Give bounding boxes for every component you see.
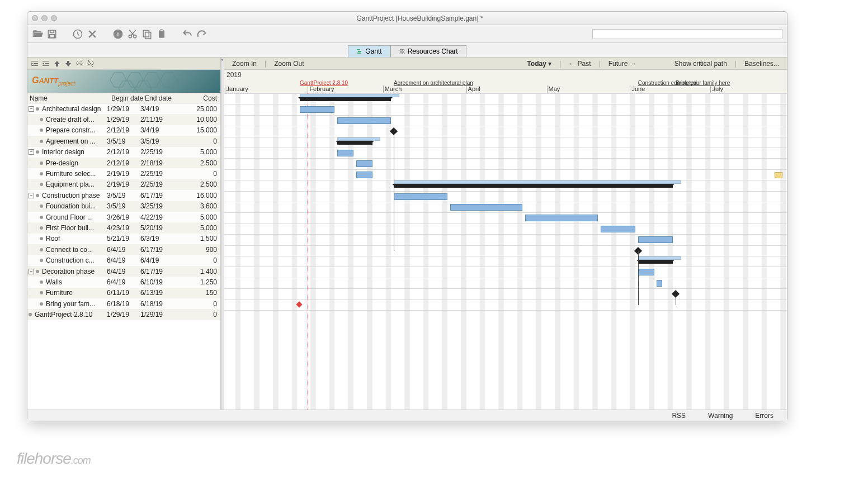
search-input[interactable] — [592, 29, 782, 39]
task-row[interactable]: Bring your fam...6/18/196/18/190 — [27, 298, 220, 309]
task-bar[interactable] — [300, 106, 334, 113]
cut-icon[interactable] — [127, 28, 138, 40]
critical-path-button[interactable]: Show critical path — [667, 60, 735, 68]
expander-icon[interactable]: − — [29, 269, 34, 274]
info-icon[interactable]: i — [112, 28, 124, 40]
move-up-icon[interactable] — [53, 60, 61, 68]
milestone-label[interactable]: GanttProject 2.8.10 — [300, 80, 348, 86]
copy-icon[interactable] — [141, 28, 153, 40]
move-down-icon[interactable] — [64, 60, 72, 68]
task-row[interactable]: Prepare constr...2/12/193/4/1915,000 — [27, 125, 220, 136]
status-errors[interactable]: Errors — [755, 412, 773, 420]
note-icon[interactable] — [775, 172, 782, 178]
task-row[interactable]: Roof5/21/196/3/191,500 — [27, 234, 220, 244]
tab-resources[interactable]: Resources Chart — [390, 45, 466, 57]
open-icon[interactable] — [32, 28, 43, 40]
link-icon[interactable] — [76, 60, 83, 68]
task-row[interactable]: Walls6/4/196/10/191,250 — [27, 277, 220, 287]
month-label: June — [630, 85, 645, 93]
expander-icon[interactable]: − — [29, 193, 34, 198]
tab-gantt[interactable]: Gantt — [348, 45, 390, 57]
svg-rect-9 — [145, 32, 151, 39]
status-bar: RSS Warning Errors — [27, 410, 787, 421]
milestone-label[interactable]: Bring your family here — [676, 80, 730, 86]
bullet-icon — [40, 118, 43, 121]
task-bar[interactable] — [638, 236, 673, 243]
milestone-label[interactable]: Agreement on architectural plan — [394, 80, 473, 86]
task-bar[interactable] — [601, 226, 635, 232]
task-bar[interactable] — [337, 150, 353, 156]
zoom-in-button[interactable]: Zoom In — [224, 60, 265, 68]
bullet-icon — [40, 204, 43, 208]
svg-rect-14 — [357, 53, 361, 54]
redo-icon[interactable] — [196, 28, 207, 40]
task-bar[interactable] — [525, 215, 598, 221]
zoom-icon[interactable] — [51, 15, 57, 21]
task-row[interactable]: −Interior design2/12/192/25/195,000 — [27, 147, 220, 158]
task-row[interactable]: Furniture selec...2/19/192/25/190 — [27, 168, 220, 179]
bullet-icon — [29, 313, 32, 316]
task-row[interactable]: −Decoration phase6/4/196/17/191,400 — [27, 266, 220, 277]
task-row[interactable]: −Construction phase3/5/196/17/1916,000 — [27, 190, 220, 201]
summary-bar[interactable] — [638, 260, 673, 264]
clock-icon[interactable] — [72, 28, 83, 40]
minimize-icon[interactable] — [41, 15, 48, 21]
gantt-chart[interactable]: 2/1/19 — [224, 93, 787, 410]
summary-bar[interactable] — [337, 141, 372, 145]
task-row[interactable]: First Floor buil...4/23/195/20/195,000 — [27, 222, 220, 233]
bullet-icon — [36, 107, 39, 111]
task-bar[interactable] — [657, 280, 662, 287]
task-row[interactable]: Construction c...6/4/196/4/190 — [27, 255, 220, 265]
gantt-pane: Zoom In | Zoom Out Today ▾ | ← Past | Fu… — [224, 58, 787, 410]
delete-icon[interactable] — [87, 28, 98, 40]
paste-icon[interactable] — [156, 28, 167, 40]
baselines-button[interactable]: Baselines... — [737, 60, 787, 68]
svg-marker-17 — [110, 73, 126, 87]
task-bar[interactable] — [356, 172, 372, 178]
task-table-body: −Architectural design1/29/193/4/1925,000… — [27, 103, 220, 410]
expander-icon[interactable]: − — [29, 149, 34, 155]
save-icon[interactable] — [46, 28, 58, 40]
task-row[interactable]: Pre-design2/12/192/18/192,500 — [27, 158, 220, 168]
task-row[interactable]: −Architectural design1/29/193/4/1925,000 — [27, 103, 220, 114]
col-cost[interactable]: Cost — [178, 93, 220, 103]
task-bar[interactable] — [450, 204, 523, 211]
month-label: February — [308, 85, 334, 93]
svg-text:i: i — [117, 31, 119, 37]
expander-icon[interactable]: − — [29, 106, 34, 112]
task-row[interactable]: Foundation bui...3/5/193/25/193,600 — [27, 201, 220, 212]
task-row[interactable]: Connect to co...6/4/196/17/19900 — [27, 244, 220, 255]
close-icon[interactable] — [32, 15, 38, 21]
gantt-toolbar: Zoom In | Zoom Out Today ▾ | ← Past | Fu… — [224, 58, 787, 70]
undo-icon[interactable] — [182, 28, 193, 40]
bullet-icon — [40, 161, 43, 165]
today-button[interactable]: Today ▾ — [519, 60, 559, 68]
status-warning[interactable]: Warning — [708, 412, 733, 420]
task-bar[interactable] — [356, 160, 372, 167]
indent-icon[interactable] — [31, 60, 39, 68]
task-bar[interactable] — [337, 117, 391, 124]
task-bar[interactable] — [638, 269, 654, 275]
task-row[interactable]: Agreement on ...3/5/193/5/190 — [27, 136, 220, 146]
status-rss[interactable]: RSS — [672, 412, 686, 420]
future-button[interactable]: Future → — [601, 60, 644, 68]
col-name[interactable]: Name — [27, 93, 111, 103]
month-label: March — [383, 85, 402, 93]
past-button[interactable]: ← Past — [561, 60, 598, 68]
bullet-icon — [36, 194, 39, 197]
col-end[interactable]: End date — [145, 93, 178, 103]
task-row[interactable]: Ground Floor ...3/26/194/22/195,000 — [27, 212, 220, 222]
summary-bar[interactable] — [394, 184, 673, 188]
task-row[interactable]: Furniture6/11/196/13/19150 — [27, 288, 220, 298]
task-bar[interactable] — [394, 193, 447, 200]
col-begin[interactable]: Begin date — [111, 93, 145, 103]
zoom-out-button[interactable]: Zoom Out — [266, 60, 312, 68]
task-row[interactable]: Equipment pla...2/19/192/25/192,500 — [27, 179, 220, 190]
task-row[interactable]: GanttProject 2.8.101/29/191/29/190 — [27, 309, 220, 320]
task-row[interactable]: Create draft of...1/29/192/11/1910,000 — [27, 114, 220, 125]
unlink-icon[interactable] — [87, 60, 95, 68]
summary-bar[interactable] — [300, 97, 391, 101]
month-label: January — [225, 85, 248, 93]
outdent-icon[interactable] — [42, 60, 50, 68]
bullet-icon — [40, 280, 43, 284]
